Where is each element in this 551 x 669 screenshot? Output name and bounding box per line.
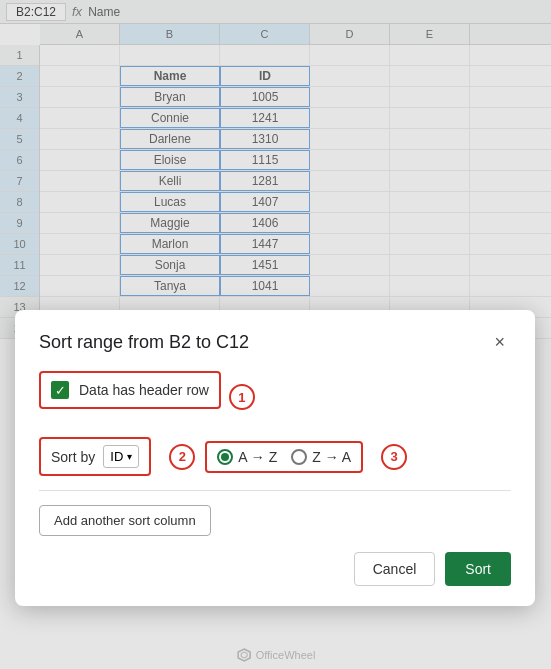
sort-column-dropdown[interactable]: ID ▾ [103, 445, 139, 468]
sort-by-label: Sort by [51, 449, 95, 465]
sort-asc-label: A → Z [238, 449, 277, 465]
dialog-title: Sort range from B2 to C12 [39, 332, 249, 353]
radio-asc-icon [217, 449, 233, 465]
radio-desc-icon [291, 449, 307, 465]
header-row-label: Data has header row [79, 382, 209, 398]
annotation-2: 2 [169, 444, 195, 470]
dialog-footer: Cancel Sort [39, 552, 511, 586]
sort-by-row: Sort by ID ▾ 2 A → Z Z → A [39, 437, 511, 476]
sort-desc-option[interactable]: Z → A [291, 449, 351, 465]
sort-button[interactable]: Sort [445, 552, 511, 586]
chevron-down-icon: ▾ [127, 451, 132, 462]
close-button[interactable]: × [488, 330, 511, 355]
cancel-button[interactable]: Cancel [354, 552, 436, 586]
add-sort-column-area: Add another sort column [39, 505, 511, 536]
annotation-3: 3 [381, 444, 407, 470]
header-row-checkbox[interactable]: ✓ [51, 381, 69, 399]
annotation-1: 1 [229, 384, 255, 410]
divider [39, 490, 511, 491]
sort-asc-option[interactable]: A → Z [217, 449, 277, 465]
add-sort-column-button[interactable]: Add another sort column [39, 505, 211, 536]
sort-dialog: Sort range from B2 to C12 × ✓ Data has h… [15, 310, 535, 606]
checkmark-icon: ✓ [55, 384, 66, 397]
sort-column-value: ID [110, 449, 123, 464]
dialog-header: Sort range from B2 to C12 × [39, 330, 511, 355]
header-row-section[interactable]: ✓ Data has header row [39, 371, 221, 409]
spreadsheet: B2:C12 fx Name A B C D E 1 2 3 4 5 6 7 8… [0, 0, 551, 669]
sort-by-section: Sort by ID ▾ [39, 437, 151, 476]
radio-dot [221, 453, 229, 461]
sort-order-section: A → Z Z → A [205, 441, 363, 473]
sort-desc-label: Z → A [312, 449, 351, 465]
